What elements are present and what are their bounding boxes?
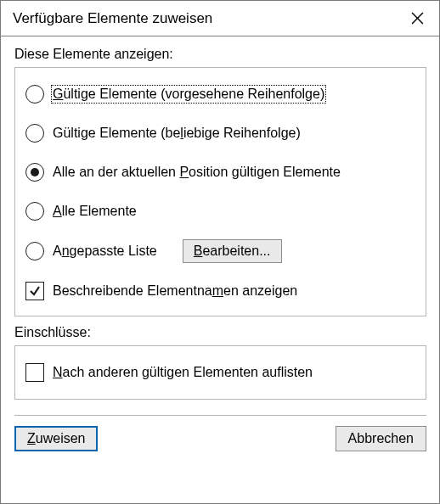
checkbox-label: Nach anderen gültigen Elementen aufliste… (53, 365, 313, 380)
option-custom-list[interactable]: Angepasste Liste (25, 242, 157, 260)
option-label: Alle an der aktuellen Position gültigen … (53, 165, 341, 180)
checkbox-list-after-valid[interactable]: Nach anderen gültigen Elementen aufliste… (25, 361, 415, 384)
option-valid-intended-order[interactable]: Gültige Elemente (vorgesehene Reihenfolg… (25, 83, 415, 105)
close-button[interactable] (395, 1, 439, 36)
dialog-title: Verfügbare Elemente zuweisen (13, 10, 395, 27)
display-options-group: Gültige Elemente (vorgesehene Reihenfolg… (14, 67, 426, 316)
dialog-window: Verfügbare Elemente zuweisen Diese Eleme… (0, 0, 440, 504)
option-all-elements[interactable]: Alle Elemente (25, 200, 415, 222)
option-label: Gültige Elemente (vorgesehene Reihenfolg… (53, 87, 324, 102)
option-label: Angepasste Liste (53, 244, 157, 259)
radio-icon (25, 163, 44, 182)
display-section-label: Diese Elemente anzeigen: (14, 47, 426, 62)
includes-section-label: Einschlüsse: (14, 325, 426, 340)
option-label: Alle Elemente (53, 204, 137, 219)
checkbox-icon (25, 282, 44, 300)
option-valid-any-order[interactable]: Gültige Elemente (beliebige Reihenfolge) (25, 122, 415, 144)
option-custom-list-row: Angepasste Liste Bearbeiten... (25, 239, 415, 263)
radio-dot-icon (31, 168, 39, 176)
option-label: Gültige Elemente (beliebige Reihenfolge) (53, 126, 301, 141)
checkbox-icon (25, 363, 44, 382)
checkbox-label: Beschreibende Elementnamen anzeigen (53, 283, 297, 299)
checkbox-descriptive-names[interactable]: Beschreibende Elementnamen anzeigen (25, 280, 415, 302)
assign-button[interactable]: Zuweisen (14, 426, 98, 451)
option-valid-at-position[interactable]: Alle an der aktuellen Position gültigen … (25, 161, 415, 183)
radio-icon (25, 85, 44, 104)
separator (14, 415, 426, 416)
checkmark-icon (28, 284, 42, 298)
includes-group: Nach anderen gültigen Elementen aufliste… (14, 345, 426, 400)
radio-icon (25, 202, 44, 221)
cancel-button[interactable]: Abbrechen (336, 426, 426, 451)
radio-icon (25, 124, 44, 143)
titlebar: Verfügbare Elemente zuweisen (1, 1, 439, 36)
close-icon (411, 12, 424, 25)
edit-list-button[interactable]: Bearbeiten... (183, 239, 282, 263)
radio-icon (25, 242, 44, 260)
dialog-body: Diese Elemente anzeigen: Gültige Element… (1, 36, 439, 503)
dialog-footer: Zuweisen Abbrechen (14, 426, 426, 451)
